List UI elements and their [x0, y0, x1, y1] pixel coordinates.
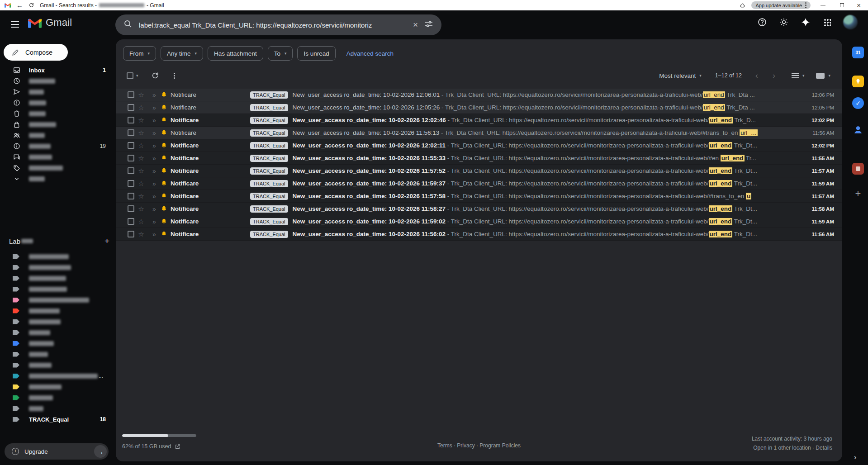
- get-addons-icon[interactable]: +: [852, 188, 864, 199]
- email-row[interactable]: ☆»NotificareTRACK_EqualNew_user_access r…: [116, 165, 842, 177]
- label-chip[interactable]: TRACK_Equal: [250, 205, 288, 213]
- close-button[interactable]: ×: [857, 1, 861, 9]
- row-checkbox[interactable]: [128, 205, 134, 212]
- importance-marker-icon[interactable]: »: [148, 218, 161, 225]
- label-chip[interactable]: TRACK_Equal: [250, 167, 288, 175]
- settings-gear-icon[interactable]: [778, 16, 790, 28]
- upgrade-arrow-icon[interactable]: →: [94, 445, 107, 458]
- sidebar-label-redacted[interactable]: [0, 327, 110, 338]
- back-button[interactable]: ←: [16, 1, 23, 9]
- sidebar-item-redacted[interactable]: [0, 130, 110, 141]
- calendar-icon[interactable]: 31: [852, 47, 864, 58]
- email-row[interactable]: ☆»NotificareTRACK_EqualNew_user_access r…: [116, 139, 842, 152]
- privacy-link[interactable]: Privacy: [457, 442, 474, 449]
- apps-grid-icon[interactable]: [821, 16, 833, 28]
- sidebar-item-inbox[interactable]: Inbox1: [0, 65, 110, 76]
- sidebar-label-redacted[interactable]: [0, 251, 110, 262]
- label-chip[interactable]: TRACK_Equal: [250, 104, 288, 111]
- sidebar-item-redacted[interactable]: [0, 76, 110, 86]
- importance-marker-icon[interactable]: »: [148, 91, 161, 99]
- label-chip[interactable]: TRACK_Equal: [250, 193, 288, 200]
- label-chip[interactable]: TRACK_Equal: [250, 91, 288, 99]
- importance-marker-icon[interactable]: »: [148, 180, 161, 187]
- keep-icon[interactable]: [852, 76, 864, 87]
- sidebar-label-redacted[interactable]: [0, 273, 110, 284]
- importance-marker-icon[interactable]: »: [148, 231, 161, 238]
- tasks-icon[interactable]: ✓: [852, 97, 864, 109]
- row-checkbox[interactable]: [128, 193, 134, 199]
- label-chip[interactable]: TRACK_Equal: [250, 231, 288, 238]
- newer-page-icon[interactable]: ‹: [755, 71, 758, 81]
- advanced-search-link[interactable]: Advanced search: [346, 50, 394, 57]
- select-dropdown-icon[interactable]: ▾: [136, 73, 138, 78]
- email-row[interactable]: ☆»NotificareTRACK_EqualNew_user_access r…: [116, 177, 842, 190]
- email-row[interactable]: ☆»NotificareTRACK_EqualNew_user_access r…: [116, 190, 842, 203]
- star-icon[interactable]: ☆: [134, 180, 148, 188]
- sidebar-item-redacted[interactable]: [0, 108, 110, 119]
- row-checkbox[interactable]: [128, 155, 134, 161]
- sidebar-label-redacted[interactable]: ...: [0, 370, 110, 381]
- row-checkbox[interactable]: [128, 218, 134, 225]
- star-icon[interactable]: ☆: [134, 154, 148, 162]
- reload-button[interactable]: [28, 2, 34, 8]
- select-all-checkbox[interactable]: [127, 72, 133, 79]
- star-icon[interactable]: ☆: [134, 116, 148, 124]
- importance-marker-icon[interactable]: »: [148, 155, 161, 162]
- more-options-icon[interactable]: [174, 75, 175, 76]
- filter-chip-from[interactable]: From▾: [123, 46, 156, 61]
- sidebar-item-redacted[interactable]: [0, 162, 110, 173]
- density-icon[interactable]: ▾: [792, 73, 805, 78]
- star-icon[interactable]: ☆: [134, 230, 148, 238]
- label-chip[interactable]: TRACK_Equal: [250, 155, 288, 162]
- sidebar-item-redacted[interactable]: [0, 86, 110, 97]
- main-menu-icon[interactable]: [11, 21, 19, 22]
- sidebar-label-redacted[interactable]: [0, 392, 110, 403]
- sidebar-item-redacted[interactable]: [0, 97, 110, 108]
- sidebar-item-redacted[interactable]: 19: [0, 141, 110, 152]
- older-page-icon[interactable]: ›: [773, 71, 775, 81]
- gemini-sparkle-icon[interactable]: [800, 16, 811, 28]
- star-icon[interactable]: ☆: [134, 129, 148, 137]
- location-line[interactable]: Open in 1 other location · Details: [752, 443, 832, 452]
- sidebar-label-redacted[interactable]: [0, 284, 110, 294]
- pill-menu-icon[interactable]: [805, 5, 806, 6]
- importance-marker-icon[interactable]: »: [148, 142, 161, 149]
- panel-expand-icon[interactable]: ›: [854, 453, 856, 461]
- star-icon[interactable]: ☆: [134, 167, 148, 175]
- sidebar-label-redacted[interactable]: [0, 305, 110, 316]
- row-checkbox[interactable]: [128, 117, 134, 123]
- star-icon[interactable]: ☆: [134, 192, 148, 200]
- star-icon[interactable]: ☆: [134, 218, 148, 226]
- email-row[interactable]: ☆»NotificareTRACK_EqualNew_user_access r…: [116, 89, 842, 101]
- restore-button[interactable]: [840, 3, 844, 7]
- email-row[interactable]: ☆»NotificareTRACK_EqualNew_user_access r…: [116, 203, 842, 215]
- filter-chip-is-unread[interactable]: Is unread: [297, 46, 335, 61]
- sidebar-label-redacted[interactable]: [0, 349, 110, 360]
- star-icon[interactable]: ☆: [134, 91, 148, 99]
- sidebar-label-redacted[interactable]: [0, 294, 110, 305]
- filter-chip-has-attachment[interactable]: Has attachment: [208, 46, 263, 61]
- importance-marker-icon[interactable]: »: [148, 193, 161, 200]
- extensions-icon[interactable]: [740, 2, 746, 9]
- compose-button[interactable]: Compose: [4, 44, 68, 61]
- row-checkbox[interactable]: [128, 180, 134, 187]
- email-row[interactable]: ☆»NotificareTRACK_EqualNew_user_access r…: [116, 127, 842, 139]
- search-input[interactable]: [139, 21, 407, 29]
- sidebar-label-track_equal[interactable]: TRACK_Equal18: [0, 414, 110, 425]
- row-checkbox[interactable]: [128, 231, 134, 237]
- sidebar-label-redacted[interactable]: [0, 403, 110, 414]
- star-icon[interactable]: ☆: [134, 104, 148, 112]
- email-row[interactable]: ☆»NotificareTRACK_EqualNew_user_access r…: [116, 215, 842, 228]
- input-tools-icon[interactable]: ▾: [816, 73, 830, 79]
- terms-link[interactable]: Terms: [437, 442, 452, 449]
- sidebar-item-redacted[interactable]: [0, 152, 110, 162]
- search-icon[interactable]: [123, 19, 133, 30]
- sort-dropdown[interactable]: Most relevant ▾: [659, 72, 702, 79]
- sidebar-item-redacted[interactable]: [0, 173, 110, 184]
- importance-marker-icon[interactable]: »: [148, 129, 161, 137]
- row-checkbox[interactable]: [128, 167, 134, 174]
- account-avatar[interactable]: [843, 15, 858, 29]
- importance-marker-icon[interactable]: »: [148, 167, 161, 175]
- filter-chip-to[interactable]: To▾: [268, 46, 293, 61]
- create-label-icon[interactable]: +: [104, 236, 109, 246]
